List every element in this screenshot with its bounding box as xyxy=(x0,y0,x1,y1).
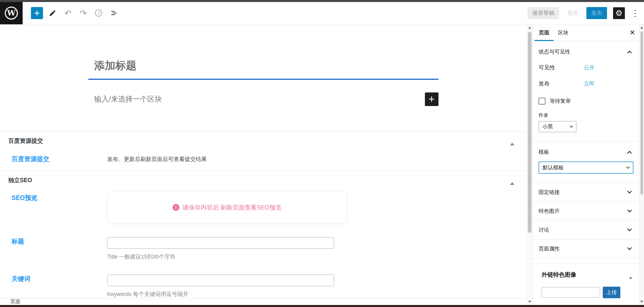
baidu-submit-metabox: 百度资源提交 百度资源提交 发布、更新后刷新页面后可查看提交结果 xyxy=(0,131,527,171)
visibility-value-link[interactable]: 公开 xyxy=(584,64,594,71)
pending-review-label: 等待复审 xyxy=(550,97,571,105)
scrollbar-thumb[interactable] xyxy=(528,32,532,233)
seo-keywords-content: Keywords 每个关键词用逗号隔开 xyxy=(107,275,527,298)
list-view-icon xyxy=(110,9,118,17)
wordpress-logo[interactable]: W xyxy=(0,2,23,24)
tools-pencil-button[interactable] xyxy=(47,7,58,19)
scroll-down-arrow-icon[interactable] xyxy=(527,301,533,303)
tab-page[interactable]: 页面 xyxy=(535,24,554,41)
exclamation-icon: ! xyxy=(173,204,179,211)
scroll-up-arrow-icon[interactable] xyxy=(639,27,644,29)
metabox-header: 百度资源提交 xyxy=(0,131,527,145)
panel-discussion[interactable]: 讨论 xyxy=(533,221,639,239)
options-menu-button[interactable]: ⋮ xyxy=(631,7,639,19)
panel-featured-image[interactable]: 特色图片 xyxy=(533,202,639,221)
image-url-input[interactable] xyxy=(542,287,600,298)
editor-content-area: 添加标题 输入/来选择一个区块 + 百度资源提交 xyxy=(0,24,527,305)
metabox-header: 独立SEO xyxy=(0,171,527,184)
author-label: 作者 xyxy=(533,112,639,119)
bottom-strip xyxy=(0,305,644,307)
panel-title: 讨论 xyxy=(539,226,549,233)
field-label: 标题 xyxy=(0,237,107,245)
panel-header[interactable]: 模板 xyxy=(533,141,639,156)
collapse-toggle-button[interactable] xyxy=(509,177,515,183)
block-append-inserter-button[interactable]: + xyxy=(425,92,438,106)
wordpress-block-editor: W + ↶ ↷ i xyxy=(0,0,644,307)
close-sidebar-button[interactable]: ✕ xyxy=(629,24,635,41)
panel-page-attributes[interactable]: 页面属性 xyxy=(533,239,639,258)
seo-metabox: 独立SEO SEO预览 ! 请保存内容后 刷新页面查看SEO预览 xyxy=(0,171,527,305)
block-canvas: 添加标题 输入/来选择一个区块 + xyxy=(0,24,527,106)
visibility-label: 可见性 xyxy=(539,64,584,71)
editor-body: 添加标题 输入/来选择一个区块 + 百度资源提交 xyxy=(0,24,644,305)
close-icon: ✕ xyxy=(629,29,635,37)
panel-title: 固定链接 xyxy=(539,189,560,196)
upload-button[interactable]: 上传 xyxy=(603,287,620,298)
pending-review-checkbox[interactable] xyxy=(539,98,545,105)
wordpress-logo-icon: W xyxy=(4,6,18,20)
plus-icon: + xyxy=(34,8,40,18)
post-column: 添加标题 输入/来选择一个区块 + xyxy=(88,59,438,106)
scrollbar-thumb[interactable] xyxy=(640,31,643,195)
block-placeholder-text[interactable]: 输入/来选择一个区块 xyxy=(94,94,162,104)
scroll-up-arrow-icon[interactable] xyxy=(527,27,533,29)
collapse-toggle-button[interactable] xyxy=(509,138,515,144)
chevron-down-icon xyxy=(627,189,632,193)
chevron-down-icon xyxy=(626,165,630,169)
publish-value-link[interactable]: 立即 xyxy=(584,80,594,87)
field-label: 关键词 xyxy=(0,275,107,283)
gear-icon: ⚙ xyxy=(616,9,623,17)
editor-toolbar: W + ↶ ↷ i xyxy=(0,2,644,24)
redo-button[interactable]: ↷ xyxy=(77,7,89,19)
author-select[interactable]: 小黑 xyxy=(539,121,576,132)
sidebar-scrollbar[interactable] xyxy=(639,24,644,305)
seo-preview-box: ! 请保存内容后 刷新页面查看SEO预览 xyxy=(107,192,347,223)
breadcrumb[interactable]: 页面 xyxy=(10,298,20,305)
publish-label: 发布 xyxy=(539,80,584,87)
pencil-icon xyxy=(49,9,56,17)
info-icon: i xyxy=(95,10,102,17)
scroll-down-arrow-icon[interactable] xyxy=(639,301,644,303)
field-label: SEO预览 xyxy=(0,194,107,202)
template-select-value: 默认模板 xyxy=(543,164,564,171)
panel-permalink[interactable]: 固定链接 xyxy=(533,183,639,202)
external-featured-image-box: 外链特色图像 上传 xyxy=(533,264,639,298)
tab-block[interactable]: 区块 xyxy=(554,24,573,41)
seo-keywords-row: 关键词 Keywords 每个关键词用逗号隔开 xyxy=(0,275,527,298)
list-view-button[interactable] xyxy=(108,7,120,19)
chevron-down-icon xyxy=(627,245,632,250)
preview-button[interactable]: 预览 xyxy=(565,7,580,19)
details-button[interactable]: i xyxy=(93,7,104,19)
content-scrollbar[interactable] xyxy=(527,24,533,305)
settings-button[interactable]: ⚙ xyxy=(613,7,625,19)
seo-preview-content: ! 请保存内容后 刷新页面查看SEO预览 xyxy=(107,194,527,223)
seo-keywords-input[interactable] xyxy=(107,275,334,286)
toolbar-right-actions: 保存草稿 预览 发布 ⚙ ⋮ xyxy=(528,7,639,19)
triangle-up-icon xyxy=(510,178,514,185)
save-draft-button[interactable]: 保存草稿 xyxy=(528,7,559,19)
svg-text:W: W xyxy=(7,9,16,17)
metabox-title: 外链特色图像 xyxy=(542,271,576,279)
collapse-toggle-button[interactable] xyxy=(628,272,633,278)
panel-header[interactable]: 状态与可见性 xyxy=(533,41,639,55)
toolbar-left-tools: + ↶ ↷ i xyxy=(31,7,120,19)
seo-title-content: Title 一般建议15到30个字符 xyxy=(107,237,527,261)
metabox-separator xyxy=(533,258,639,264)
post-title-input[interactable]: 添加标题 xyxy=(88,59,438,80)
settings-sidebar: 页面 区块 ✕ 状态与可见性 可见性 公开 发布 立即 xyxy=(533,24,639,305)
undo-button[interactable]: ↶ xyxy=(62,7,74,19)
seo-title-row: 标题 Title 一般建议15到30个字符 xyxy=(0,237,527,261)
field-help-text: Title 一般建议15到30个字符 xyxy=(107,253,527,261)
publish-button[interactable]: 发布 xyxy=(586,7,607,19)
panel-title: 状态与可见性 xyxy=(539,48,570,55)
triangle-up-icon xyxy=(629,273,632,279)
top-strip xyxy=(0,0,644,2)
field-help-text: 发布、更新后刷新页面后可查看提交结果 xyxy=(107,155,527,163)
publish-time-row: 发布 立即 xyxy=(533,80,639,87)
chevron-up-icon xyxy=(627,50,632,55)
block-inserter-button[interactable]: + xyxy=(31,7,43,19)
template-select[interactable]: 默认模板 xyxy=(539,162,633,174)
seo-title-input[interactable] xyxy=(107,237,334,249)
panel-title: 页面属性 xyxy=(539,245,560,252)
field-help-text: Keywords 每个关键词用逗号隔开 xyxy=(107,290,527,298)
